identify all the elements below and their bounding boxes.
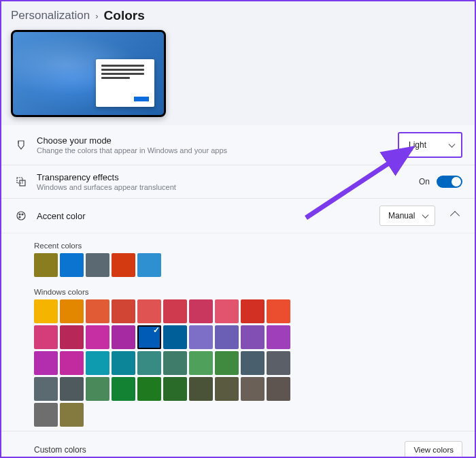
color-swatch[interactable]: [112, 351, 135, 375]
color-swatch[interactable]: [112, 299, 135, 323]
transparency-title: Transparency effects: [37, 172, 419, 182]
transparency-state-label: On: [419, 177, 430, 186]
color-swatch[interactable]: [215, 351, 239, 375]
color-swatch[interactable]: [241, 299, 265, 323]
transparency-toggle[interactable]: [437, 176, 462, 188]
accent-mode-dropdown[interactable]: Manual: [379, 206, 435, 226]
color-swatch[interactable]: [34, 299, 58, 323]
breadcrumb-parent[interactable]: Personalization: [11, 9, 90, 22]
svg-point-2: [17, 212, 25, 220]
chevron-up-icon[interactable]: [450, 211, 460, 220]
color-swatch[interactable]: [267, 351, 290, 375]
color-swatch[interactable]: [215, 325, 239, 349]
color-swatch[interactable]: [137, 351, 161, 375]
chevron-right-icon: ›: [95, 11, 98, 21]
color-swatch[interactable]: [86, 351, 109, 375]
color-swatch[interactable]: [112, 253, 135, 277]
transparency-row: Transparency effects Windows and surface…: [1, 165, 475, 199]
color-swatch[interactable]: [189, 325, 213, 349]
svg-point-4: [22, 214, 23, 215]
color-swatch[interactable]: [163, 377, 187, 401]
breadcrumb: Personalization › Colors: [11, 8, 465, 23]
color-swatch[interactable]: [267, 325, 290, 349]
color-swatch[interactable]: [112, 325, 135, 349]
theme-preview: [11, 30, 166, 117]
color-swatch[interactable]: [267, 377, 290, 401]
recent-colors-label: Recent colors: [34, 242, 475, 250]
color-swatch[interactable]: [267, 299, 290, 323]
color-swatch[interactable]: [189, 377, 213, 401]
color-swatch[interactable]: [137, 325, 161, 349]
color-swatch[interactable]: [241, 325, 265, 349]
color-swatch[interactable]: [241, 351, 265, 375]
color-swatch[interactable]: [86, 325, 109, 349]
color-swatch[interactable]: [163, 351, 187, 375]
color-swatch[interactable]: [34, 325, 58, 349]
color-swatch[interactable]: [34, 351, 58, 375]
color-swatch[interactable]: [163, 325, 187, 349]
color-swatch[interactable]: [86, 253, 109, 277]
custom-colors-row: Custom colors View colors: [1, 431, 475, 458]
page-title: Colors: [104, 8, 145, 23]
choose-mode-row: Choose your mode Change the colors that …: [1, 125, 475, 165]
color-swatch[interactable]: [137, 253, 161, 277]
view-colors-button[interactable]: View colors: [405, 441, 462, 458]
color-swatch[interactable]: [241, 377, 265, 401]
color-swatch[interactable]: [137, 299, 161, 323]
color-swatch[interactable]: [34, 377, 58, 401]
color-swatch[interactable]: [34, 403, 58, 427]
color-swatch[interactable]: [137, 377, 161, 401]
color-swatch[interactable]: [86, 377, 109, 401]
color-swatch[interactable]: [215, 377, 239, 401]
custom-colors-label: Custom colors: [34, 445, 86, 455]
svg-point-5: [19, 216, 20, 218]
windows-colors-grid: [34, 299, 292, 427]
choose-mode-dropdown[interactable]: Light: [398, 132, 462, 158]
color-swatch[interactable]: [86, 299, 109, 323]
color-swatch[interactable]: [215, 299, 239, 323]
accent-color-title: Accent color: [37, 211, 379, 221]
color-swatch[interactable]: [189, 299, 213, 323]
color-swatch[interactable]: [60, 351, 84, 375]
windows-colors-label: Windows colors: [34, 288, 475, 296]
transparency-subtitle: Windows and surfaces appear translucent: [37, 183, 419, 191]
transparency-icon: [14, 176, 29, 187]
color-swatch[interactable]: [163, 299, 187, 323]
color-swatch[interactable]: [60, 253, 84, 277]
color-swatch[interactable]: [60, 377, 84, 401]
color-swatch[interactable]: [60, 403, 84, 427]
brush-icon: [14, 140, 29, 150]
choose-mode-subtitle: Change the colors that appear in Windows…: [37, 146, 398, 154]
color-swatch[interactable]: [112, 377, 135, 401]
color-swatch[interactable]: [60, 325, 84, 349]
choose-mode-title: Choose your mode: [37, 135, 398, 146]
color-swatch[interactable]: [34, 253, 58, 277]
accent-color-row[interactable]: Accent color Manual: [1, 199, 475, 233]
palette-icon: [14, 210, 29, 221]
color-swatch[interactable]: [60, 299, 84, 323]
svg-point-3: [19, 214, 20, 215]
color-swatch[interactable]: [189, 351, 213, 375]
recent-colors-grid: [34, 253, 292, 277]
